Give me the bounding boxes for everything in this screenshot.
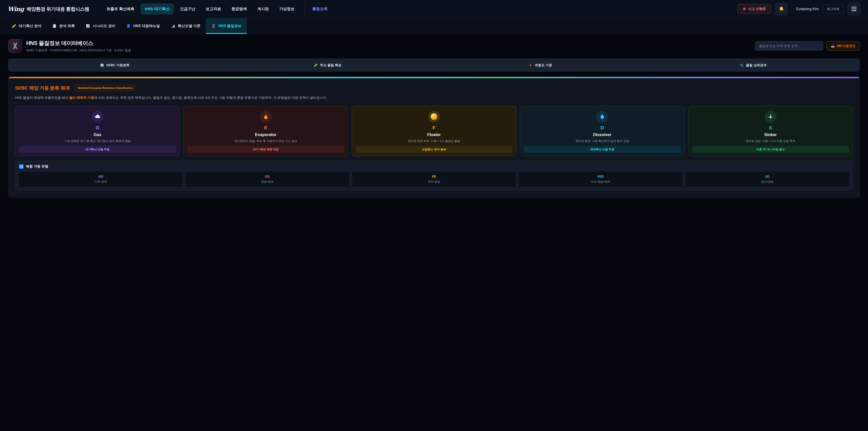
page-header-text: HNS 물질정보 데이터베이스 SEBC 거동분류 · CHRIS/CAMEO … (26, 39, 131, 53)
complex-label: 침강+용해 (761, 180, 774, 184)
behavior-name: Floater (355, 132, 513, 137)
complex-code: ED (265, 175, 270, 178)
behavior-card-gas[interactable]: G Gas 기체 상태로 대기 중 확산. 증기압이 높아 빠르게 증발 대기확… (15, 106, 180, 156)
top-navbar: Wing 해양환경 위기대응 통합시스템 유출유 확산예측 HNS·대기확산 긴… (0, 0, 868, 18)
subtab-analysis-list[interactable]: 분석 목록 (47, 18, 80, 34)
subtab-label: HNS 물질정보 (218, 24, 241, 29)
menu-item-integrated-search[interactable]: 통합조회 (304, 3, 332, 14)
lightning-icon (529, 63, 532, 67)
clipboard-icon (52, 24, 57, 28)
behavior-card-sinker[interactable]: S Sinker 해저로 침강. 비중 > 1.0, 저층 오염 축적 저층 3… (688, 106, 853, 156)
divider (792, 6, 792, 12)
sebc-section-header: SEBC 해양 거동 분류 체계 Standard European Behav… (15, 85, 853, 91)
sebc-main-card: SEBC 해양 거동 분류 체계 Standard European Behav… (8, 76, 860, 197)
subtab-hns-substance-info[interactable]: HNS 물질정보 (206, 18, 247, 34)
complex-item-ed[interactable]: ED 증발+용해 (186, 172, 349, 187)
behavior-tag: 대기+해양 복합 대응 (187, 146, 344, 153)
down-arrow-icon (768, 114, 774, 120)
yellow-circle-icon (431, 113, 437, 120)
tab-risk-criteria[interactable]: 위험도 기준 (434, 59, 647, 71)
description-text: HNS 물질이 해양에 유출되었을 때의 (15, 96, 69, 99)
subtab-label: 분석 목록 (59, 24, 74, 29)
tab-key-properties[interactable]: 주요 물질 특성 (221, 59, 434, 71)
description-highlight: 물리·화학적 거동 (69, 96, 94, 99)
notifications-button[interactable] (775, 3, 788, 16)
complex-section-header: 복합 거동 유형 (19, 164, 849, 169)
brand[interactable]: Wing 해양환경 위기대응 통합시스템 (8, 6, 89, 12)
behavior-code: G (19, 125, 176, 130)
subtab-atmos-analysis[interactable]: 대기확산 분석 (6, 18, 47, 34)
menu-item-rescue[interactable]: 긴급구난 (176, 3, 199, 14)
sub-navbar: 대기확산 분석 분석 목록 시나리오 관리 HNS 대응매뉴얼 (0, 18, 868, 34)
subtab-model-theory[interactable]: 확산모델 이론 (165, 18, 206, 34)
red-dot-icon (743, 8, 745, 10)
incident-status-badge[interactable]: 사고 진행중 (738, 4, 771, 14)
shuffle-icon (19, 164, 24, 169)
menu-item-weather[interactable]: 기상정보 (275, 3, 299, 14)
complex-label: 부유+증발 (428, 180, 440, 184)
complex-code: SD (765, 175, 770, 178)
dna-icon (11, 42, 19, 50)
complex-items-grid: GD 기체+용해 ED 증발+용해 FE 부유+증발 FED 부유+증발+용해 … (19, 172, 849, 187)
flame-icon (263, 114, 269, 120)
menu-item-aerial-search[interactable]: 항공탐색 (227, 3, 251, 14)
section-tabstrip: SEBC 거동분류 주요 물질 특성 위험도 기준 물질 상세검색 (8, 59, 860, 72)
complex-label: 증발+용해 (261, 180, 274, 184)
complex-item-fe[interactable]: FE 부유+증발 (352, 172, 516, 187)
page-header-actions: DB 다운로드 (755, 41, 860, 51)
description-text: 에 따라 분류하는 국제 표준 체계입니다. 물질의 밀도, 증기압, 용해도에… (94, 96, 327, 99)
dna-icon (211, 24, 216, 28)
behavior-card-evaporator[interactable]: E Evaporator 해수면에서 증발. 부유 후 기화하여 독성 가스 생… (183, 106, 348, 156)
download-icon (831, 44, 835, 48)
tab-sebc-classification[interactable]: SEBC 거동분류 (8, 59, 221, 71)
tab-label: 주요 물질 특성 (320, 63, 341, 67)
behavior-desc: 해수에 용해. 수중 확산하여 넓은 범위 오염 (524, 139, 681, 143)
complex-item-sd[interactable]: SD 침강+용해 (686, 172, 849, 187)
logout-button[interactable]: 로그아웃 (823, 4, 844, 13)
nav-right-cluster: 사고 진행중 Eunjeong Kim 로그아웃 (738, 3, 860, 16)
bar-chart-icon (100, 63, 104, 67)
complex-code: FE (432, 175, 436, 178)
behavior-desc: 해수면에서 증발. 부유 후 기화하여 독성 가스 생성 (187, 139, 344, 143)
search-icon (740, 63, 744, 67)
behavior-code: F (355, 125, 513, 130)
pencil-icon (12, 24, 16, 28)
tab-substance-detail-search[interactable]: 물질 상세검색 (647, 59, 860, 71)
menu-item-reports[interactable]: 보고자료 (202, 3, 225, 14)
substance-search-input[interactable] (755, 41, 823, 51)
card-icon-circle (260, 111, 272, 123)
hamburger-menu-button[interactable] (848, 3, 860, 16)
tab-label: 물질 상세검색 (746, 63, 767, 67)
card-icon-circle (765, 111, 776, 123)
complex-label: 기체+용해 (94, 180, 107, 184)
db-download-button[interactable]: DB 다운로드 (827, 41, 860, 51)
card-icon-circle (428, 111, 440, 123)
tab-label: SEBC 거동분류 (106, 63, 129, 67)
menu-item-oil-spill[interactable]: 유출유 확산예측 (102, 3, 139, 14)
behavior-card-dissolver[interactable]: D Dissolver 해수에 용해. 수중 확산하여 넓은 범위 오염 해양확… (520, 106, 684, 156)
page-header-icon-box (8, 39, 22, 53)
system-title: 해양환경 위기대응 통합시스템 (27, 6, 89, 12)
behavior-tag: 저층 3D 모니터링 필수 (692, 146, 849, 153)
behavior-card-floater[interactable]: F Floater 해수면 위에 부유. 비중 < 1.0, 불용성 물질 오일… (352, 106, 516, 156)
behavior-tag: 오일펜스 유사 봉쇄 (355, 146, 513, 153)
behavior-desc: 해저로 침강. 비중 > 1.0, 저층 오염 축적 (692, 139, 849, 143)
complex-item-gd[interactable]: GD 기체+용해 (19, 172, 182, 187)
main-menu: 유출유 확산예측 HNS·대기확산 긴급구난 보고자료 항공탐색 게시판 기상정… (102, 3, 332, 14)
tab-label: 위험도 기준 (535, 63, 552, 67)
complex-item-fed[interactable]: FED 부유+증발+용해 (519, 172, 682, 187)
behavior-tag: 해양확산 모델 적용 (524, 146, 681, 153)
hamburger-icon (851, 7, 857, 11)
behavior-name: Evaporator (187, 132, 344, 137)
card-icon-circle (92, 111, 103, 123)
droplet-icon (599, 114, 605, 120)
complex-code: FED (597, 175, 604, 178)
bell-icon (778, 6, 784, 12)
behavior-name: Gas (19, 132, 176, 137)
menu-item-hns-dispersion[interactable]: HNS·대기확산 (141, 3, 174, 14)
menu-item-board[interactable]: 게시판 (253, 3, 273, 14)
subtab-hns-manual[interactable]: HNS 대응매뉴얼 (121, 18, 165, 34)
behavior-tag: 대기확산 모델 적용 (19, 146, 176, 153)
triangle-ruler-icon (171, 24, 176, 28)
subtab-scenario-management[interactable]: 시나리오 관리 (80, 18, 121, 34)
